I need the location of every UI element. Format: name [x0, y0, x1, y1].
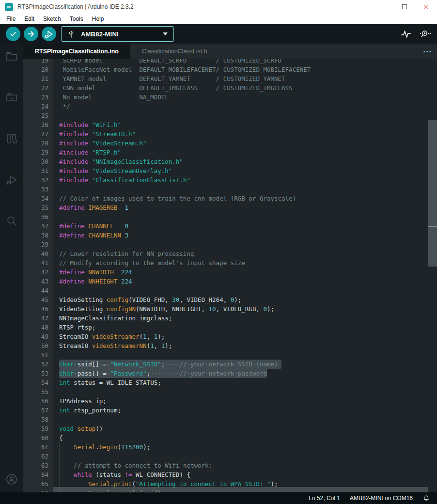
- line-number[interactable]: 52: [23, 360, 53, 369]
- line-number[interactable]: 36: [23, 212, 53, 221]
- code-line[interactable]: Serial.begin(115200);: [53, 442, 437, 452]
- line-number[interactable]: 44: [23, 286, 53, 295]
- close-button[interactable]: [415, 0, 437, 14]
- code-line[interactable]: CNN model DEFAULT_IMGCLASS / CUSTOMIZED_…: [53, 83, 437, 93]
- line-number[interactable]: 32: [23, 175, 53, 185]
- line-number[interactable]: 51: [23, 350, 53, 360]
- code-line[interactable]: #define CHANNELNN 3: [53, 231, 437, 240]
- line-number[interactable]: 40: [23, 249, 53, 258]
- upload-button[interactable]: [24, 27, 38, 41]
- menu-file[interactable]: File: [2, 14, 20, 24]
- code-line[interactable]: StreamIO videoStreamerNN(1, 1);: [53, 341, 437, 350]
- code-line[interactable]: #include "RTSP.h": [53, 148, 437, 157]
- minimize-button[interactable]: [372, 0, 393, 14]
- code-line[interactable]: [53, 185, 437, 194]
- line-number[interactable]: 62: [23, 452, 53, 461]
- line-number[interactable]: 34: [23, 194, 53, 203]
- account-button[interactable]: [5, 472, 18, 486]
- line-number[interactable]: 27: [23, 129, 53, 139]
- menu-edit[interactable]: Edit: [20, 14, 39, 24]
- code-line[interactable]: // Modify according to the model's input…: [53, 258, 437, 268]
- code-line[interactable]: // Color of images used to train the cnn…: [53, 194, 437, 203]
- code-line[interactable]: {: [53, 433, 437, 442]
- line-number[interactable]: 61: [23, 442, 53, 452]
- sidebar-item-sketchbook[interactable]: [5, 49, 18, 63]
- line-number[interactable]: 24: [23, 102, 53, 111]
- tabbar-more-actions-button[interactable]: •••: [423, 44, 432, 59]
- verify-button[interactable]: [6, 27, 20, 41]
- code-line[interactable]: [53, 387, 437, 396]
- code-line[interactable]: #include "StreamIO.h": [53, 129, 437, 139]
- line-number[interactable]: 31: [23, 166, 53, 175]
- sidebar-item-boards-manager[interactable]: [5, 91, 18, 104]
- tab-classificationclasslist-h[interactable]: ClassificationClassList.h: [130, 44, 219, 59]
- sidebar-item-debug[interactable]: [5, 173, 18, 187]
- horizontal-scrollbar-thumb[interactable]: [53, 487, 428, 492]
- line-number[interactable]: 30: [23, 157, 53, 166]
- code-line[interactable]: #define NNWIDTH 224: [53, 268, 437, 277]
- code-line[interactable]: RTSP rtsp;: [53, 323, 437, 332]
- line-number[interactable]: 56: [23, 396, 53, 406]
- code-line[interactable]: #define IMAGERGB 1: [53, 203, 437, 212]
- line-number[interactable]: 58: [23, 415, 53, 424]
- serial-monitor-button[interactable]: [419, 28, 431, 40]
- line-number[interactable]: 20: [23, 65, 53, 74]
- code-line[interactable]: #define CHANNEL 0: [53, 221, 437, 231]
- code-line[interactable]: [53, 212, 437, 221]
- line-number[interactable]: 59: [23, 424, 53, 433]
- code-line[interactable]: YAMNET model DEFAULT_YAMNET / CUSTOMIZED…: [53, 74, 437, 83]
- code-line[interactable]: MobileFaceNet model DEFAULT_MOBILEFACENE…: [53, 65, 437, 74]
- code-line[interactable]: VideoSetting config(VIDEO_FHD, 30, VIDEO…: [53, 295, 437, 304]
- line-number[interactable]: 21: [23, 74, 53, 83]
- line-number[interactable]: 45: [23, 295, 53, 304]
- code-line[interactable]: char·pass[]·=·"Password";········//·your…: [53, 369, 437, 378]
- debug-button[interactable]: [42, 27, 56, 41]
- line-number[interactable]: 38: [23, 231, 53, 240]
- code-line[interactable]: #include "NNImageClassification.h": [53, 157, 437, 166]
- line-number[interactable]: 22: [23, 83, 53, 93]
- tab-rtspimageclassification-ino[interactable]: RTSPImageClassification.ino: [23, 44, 130, 59]
- cursor-position-status[interactable]: Ln 52, Col 1: [309, 495, 340, 502]
- code-line[interactable]: [53, 111, 437, 120]
- line-number[interactable]: 41: [23, 258, 53, 268]
- line-number[interactable]: 29: [23, 148, 53, 157]
- line-number[interactable]: 63: [23, 461, 53, 470]
- line-number[interactable]: 64: [23, 470, 53, 479]
- code-line[interactable]: SCRFD model DEFAULT_SCRFD / CUSTOMIZED_S…: [53, 59, 437, 65]
- board-port-status[interactable]: AMB82-MINI on COM16: [350, 495, 413, 502]
- line-number[interactable]: 60: [23, 433, 53, 442]
- code-editor[interactable]: 1920212223242526272829303132333435363738…: [23, 59, 437, 492]
- menu-sketch[interactable]: Sketch: [39, 14, 65, 24]
- code-line[interactable]: NNImageClassification imgclass;: [53, 314, 437, 323]
- code-line[interactable]: #include "ClassificationClassList.h": [53, 175, 437, 185]
- board-selector-dropdown[interactable]: AMB82-MINI: [61, 26, 174, 42]
- code-line[interactable]: [53, 350, 437, 360]
- line-number[interactable]: 49: [23, 332, 53, 341]
- maximize-button[interactable]: [393, 0, 415, 14]
- serial-plotter-button[interactable]: [400, 28, 412, 40]
- line-number[interactable]: 37: [23, 221, 53, 231]
- line-number[interactable]: 47: [23, 314, 53, 323]
- line-number[interactable]: 35: [23, 203, 53, 212]
- code-line[interactable]: */: [53, 102, 437, 111]
- code-line[interactable]: int status = WL_IDLE_STATUS;: [53, 378, 437, 387]
- line-number[interactable]: 53: [23, 369, 53, 378]
- code-line[interactable]: [53, 286, 437, 295]
- line-number[interactable]: 55: [23, 387, 53, 396]
- code-line[interactable]: [53, 415, 437, 424]
- line-number[interactable]: 42: [23, 268, 53, 277]
- code-line[interactable]: #include "WiFi.h": [53, 120, 437, 129]
- code-line[interactable]: [53, 452, 437, 461]
- code-line[interactable]: #define NNHEIGHT 224: [53, 277, 437, 286]
- code-line[interactable]: char·ssid[]·=·"Network_SSID";····//·your…: [53, 360, 437, 369]
- line-number[interactable]: 39: [23, 240, 53, 249]
- code-line[interactable]: VideoSetting configNN(NNWIDTH, NNHEIGHT,…: [53, 304, 437, 314]
- line-number[interactable]: 19: [23, 59, 53, 65]
- code-line[interactable]: while (status != WL_CONNECTED) {: [53, 470, 437, 479]
- menu-help[interactable]: Help: [88, 14, 109, 24]
- code-line[interactable]: #include "VideoStream.h": [53, 139, 437, 148]
- line-number[interactable]: 25: [23, 111, 53, 120]
- code-line[interactable]: IPAddress ip;: [53, 396, 437, 406]
- code-area[interactable]: SCRFD model DEFAULT_SCRFD / CUSTOMIZED_S…: [53, 59, 437, 492]
- notifications-button[interactable]: [422, 494, 430, 502]
